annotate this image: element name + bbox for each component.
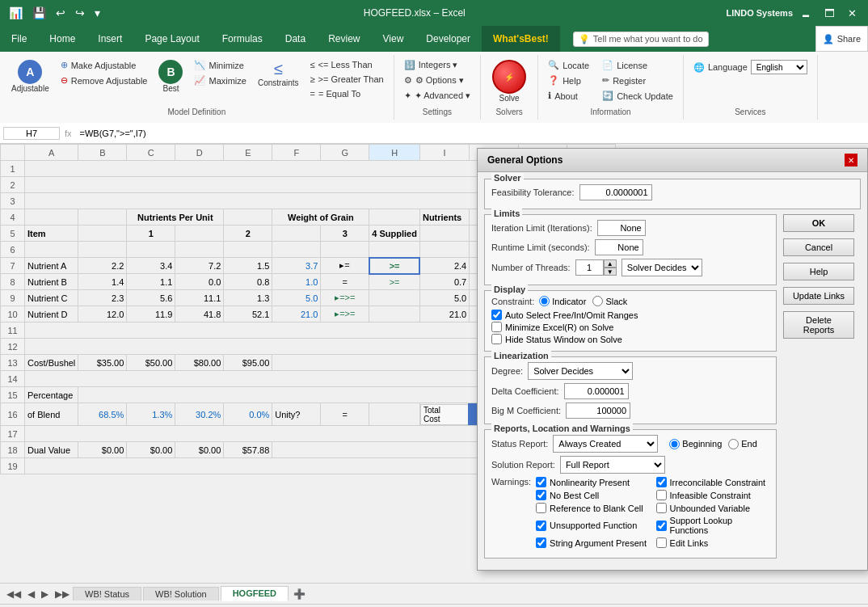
slack-radio[interactable]: Slack — [592, 296, 627, 306]
no-best-cell-checkbox[interactable]: No Best Cell — [536, 490, 649, 500]
beginning-radio[interactable]: Beginning — [669, 439, 722, 449]
equal-to-button[interactable]: = = Equal To — [307, 87, 387, 100]
sheet-nav-left[interactable]: ◀◀ — [3, 587, 24, 601]
qa-more-icon[interactable]: ▾ — [92, 5, 103, 21]
infeasible-constraint-checkbox[interactable]: Infeasible Constraint — [656, 490, 769, 500]
minimize-button[interactable]: 🗕 — [796, 6, 816, 21]
language-select[interactable]: English — [751, 60, 807, 74]
tab-review[interactable]: Review — [317, 26, 371, 52]
row-6: 6 — [1, 242, 25, 258]
constraints-button[interactable]: ≤ Constraints — [253, 58, 304, 89]
update-links-button[interactable]: Update Links — [783, 287, 854, 305]
solvers-label: Solvers — [495, 106, 522, 116]
unbounded-variable-checkbox[interactable]: Unbounded Variable — [656, 503, 769, 513]
redo-icon[interactable]: ↪ — [73, 5, 87, 21]
threads-solver-select[interactable]: Solver Decides — [622, 259, 702, 276]
solver-section: Solver Feasibility Tolerance: — [484, 179, 861, 209]
options-button[interactable]: ⚙ ⚙ Options ▾ — [401, 74, 474, 87]
tab-data[interactable]: Data — [274, 26, 317, 52]
sheet-nav-next[interactable]: ▶ — [38, 587, 52, 601]
support-lookup-checkbox[interactable]: Support Lookup Functions — [656, 516, 769, 535]
row-3: 3 — [1, 193, 25, 209]
formula-input[interactable] — [77, 128, 865, 139]
undo-icon[interactable]: ↩ — [53, 5, 68, 21]
help-button[interactable]: Help — [783, 263, 854, 280]
tab-whats-best[interactable]: What'sBest! — [482, 26, 560, 52]
dialog-close-button[interactable]: ✕ — [845, 154, 857, 167]
maximize-button[interactable]: 📈 Maximize — [191, 74, 249, 87]
feasibility-input[interactable] — [579, 184, 652, 200]
degree-select[interactable]: Solver Decides — [528, 362, 633, 380]
ribbon-group-settings: 🔢 Integers ▾ ⚙ ⚙ Options ▾ ✦ ✦ Advanced … — [394, 55, 481, 120]
dialog-body: Solver Feasibility Tolerance: Limits Ite… — [478, 172, 867, 570]
remove-adjustable-button[interactable]: ⊖ Remove Adjustable — [57, 74, 151, 87]
tab-developer[interactable]: Developer — [415, 26, 482, 52]
help-button[interactable]: ❓ Help — [545, 74, 592, 87]
nonlinearity-checkbox[interactable]: Nonlinearity Present — [536, 477, 649, 487]
locate-button[interactable]: 🔍 Locate — [545, 58, 592, 72]
add-sheet-button[interactable]: ➕ — [290, 587, 309, 601]
threads-value[interactable] — [575, 259, 604, 276]
tab-hogfeed[interactable]: HOGFEED — [221, 586, 289, 601]
warnings-row: Warnings: Nonlinearity Present Irreconci… — [491, 477, 769, 550]
ok-button[interactable]: OK — [783, 214, 854, 232]
edit-links-checkbox[interactable]: Edit Links — [656, 537, 769, 548]
save-icon[interactable]: 💾 — [30, 5, 48, 21]
end-radio[interactable]: End — [728, 439, 757, 449]
threads-row: Number of Threads: ▲ ▼ Solver Decides — [491, 259, 769, 276]
tab-home[interactable]: Home — [38, 26, 86, 52]
tab-view[interactable]: View — [372, 26, 415, 52]
best-button[interactable]: B Best — [154, 58, 188, 95]
share-button[interactable]: 👤 Share — [815, 26, 868, 52]
close-button[interactable]: ✕ — [843, 6, 862, 21]
indicator-label: Indicator — [552, 297, 586, 306]
tab-formulas[interactable]: Formulas — [211, 26, 274, 52]
status-report-select[interactable]: Always Created — [553, 435, 658, 453]
tab-wb-solution[interactable]: WB! Solution — [143, 587, 219, 601]
tab-file[interactable]: File — [0, 26, 38, 52]
minimize-button[interactable]: 📉 Minimize — [191, 58, 249, 72]
irreconcilable-checkbox[interactable]: Irreconcilable Constraint — [656, 477, 769, 487]
integers-button[interactable]: 🔢 Integers ▾ — [401, 58, 474, 72]
tab-insert[interactable]: Insert — [86, 26, 133, 52]
tell-me-bar[interactable]: 💡 Tell me what you want to do — [573, 32, 709, 47]
minimize-excel-checkbox[interactable]: Minimize Excel(R) on Solve — [491, 322, 769, 332]
adjustable-button[interactable]: A Adjustable — [6, 58, 54, 95]
solve-button[interactable]: ⚡ Solve — [487, 58, 531, 104]
hide-status-checkbox[interactable]: Hide Status Window on Solve — [491, 334, 769, 344]
tab-page-layout[interactable]: Page Layout — [133, 26, 210, 52]
register-button[interactable]: ✏ Register — [599, 74, 676, 87]
bigm-input[interactable] — [566, 403, 630, 419]
title-bar-right: LINDO Systems 🗕 🗖 ✕ — [726, 6, 862, 21]
runtime-input[interactable] — [595, 239, 643, 255]
cancel-button[interactable]: Cancel — [783, 238, 854, 256]
sheet-nav-right[interactable]: ▶▶ — [52, 587, 73, 601]
spinner-up[interactable]: ▲ — [604, 259, 617, 268]
less-than-button[interactable]: ≤ <= Less Than — [307, 58, 387, 71]
advanced-button[interactable]: ✦ ✦ Advanced ▾ — [401, 89, 474, 103]
tab-wb-status[interactable]: WB! Status — [73, 587, 141, 601]
about-button[interactable]: ℹ OK About — [545, 89, 592, 103]
language-icon: 🌐 — [693, 62, 705, 73]
min-max-stack: 📉 Minimize 📈 Maximize — [191, 58, 249, 87]
delete-reports-button[interactable]: Delete Reports — [783, 311, 854, 339]
reference-blank-checkbox[interactable]: Reference to Blank Cell — [536, 503, 649, 513]
auto-select-checkbox[interactable]: Auto Select Free/Int/Omit Ranges — [491, 310, 769, 320]
row-14: 14 — [1, 371, 25, 387]
solution-report-select[interactable]: Full Report — [560, 456, 665, 474]
name-box[interactable] — [3, 127, 60, 140]
string-argument-checkbox[interactable]: String Argument Present — [536, 537, 649, 548]
check-update-button[interactable]: 🔄 Check Update — [599, 89, 676, 103]
spinner-down[interactable]: ▼ — [604, 268, 617, 276]
make-adjustable-button[interactable]: ⊕ Make Adjustable — [57, 58, 151, 72]
indicator-radio[interactable]: Indicator — [539, 296, 586, 306]
threads-spinner[interactable]: ▲ ▼ — [575, 259, 617, 276]
delta-input[interactable] — [564, 383, 629, 399]
iteration-input[interactable] — [597, 220, 646, 236]
greater-than-button[interactable]: ≥ >= Greater Than — [307, 73, 387, 86]
unsupported-function-checkbox[interactable]: Unsupported Function — [536, 516, 649, 535]
sheet-nav-prev[interactable]: ◀ — [24, 587, 38, 601]
license-button[interactable]: 📄 License — [599, 58, 676, 72]
maximize-button[interactable]: 🗖 — [820, 6, 840, 21]
general-options-dialog[interactable]: General Options ✕ Solver Feasibility Tol… — [477, 148, 868, 571]
